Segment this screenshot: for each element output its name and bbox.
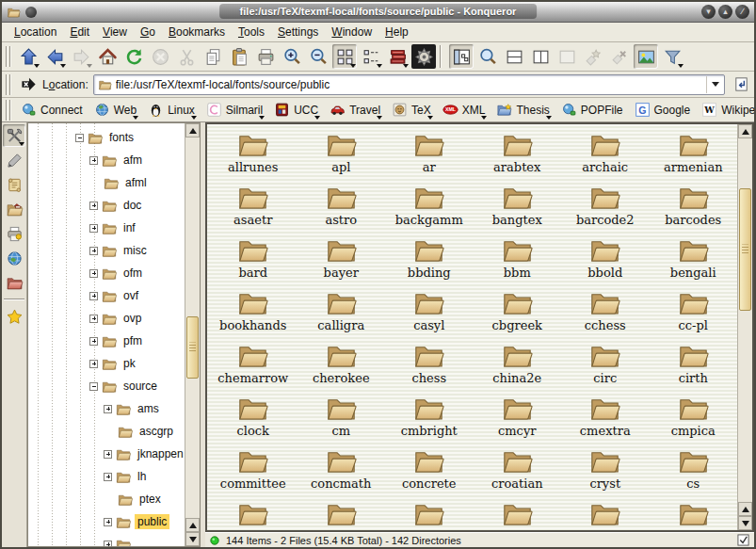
bookmark-google[interactable]: GGoogle [629, 100, 697, 120]
folder-ar[interactable]: ar [385, 130, 474, 183]
plus-expander-icon[interactable] [89, 247, 98, 255]
folder-barcode2[interactable]: barcode2 [561, 183, 650, 235]
folder-partial[interactable] [209, 499, 298, 532]
dropdown-arrow-icon[interactable] [87, 64, 92, 68]
tree-item-misc[interactable]: misc [28, 239, 185, 262]
folder-cchess[interactable]: cchess [561, 288, 650, 341]
folder-partial[interactable] [298, 499, 386, 532]
tree-item-ovp[interactable]: ovp [28, 307, 185, 330]
title-bar[interactable]: file:/usr/TeX/texmf-local/fonts/source/p… [2, 2, 754, 23]
toolbar-handle[interactable] [6, 100, 11, 121]
plus-expander-icon[interactable] [89, 156, 98, 165]
folder-bard[interactable]: bard [209, 235, 298, 288]
plus-expander-icon[interactable] [104, 518, 112, 526]
paste-button[interactable] [227, 44, 251, 69]
minus-expander-icon[interactable] [89, 382, 98, 391]
tree-item-ascgrp[interactable]: ascgrp [28, 420, 185, 443]
tree-item-pk[interactable]: pk [28, 352, 185, 375]
sidebar-tab-annotations[interactable] [3, 149, 25, 171]
folder-asaetr[interactable]: asaetr [209, 183, 298, 235]
tree-item-ptex[interactable]: ptex [28, 488, 185, 510]
folder-backgamm[interactable]: backgamm [385, 183, 474, 235]
bookmark-xml[interactable]: XMLXML [437, 100, 491, 120]
folder-clock[interactable]: clock [209, 394, 298, 446]
bookmark-thesis[interactable]: Thesis [491, 100, 555, 120]
tree-item-afm[interactable]: afm [28, 149, 185, 171]
plus-expander-icon[interactable] [89, 337, 98, 346]
folder-partial[interactable] [474, 499, 562, 532]
folder-cherokee[interactable]: cherokee [298, 341, 386, 394]
maximize-button[interactable] [718, 5, 732, 19]
folder-concmath[interactable]: concmath [298, 446, 386, 499]
plus-expander-icon[interactable] [89, 292, 98, 300]
location-value[interactable]: file:/usr/TeX/texmf-local/fonts/source/p… [116, 78, 702, 91]
sidebar-tab-root-folder[interactable] [3, 271, 25, 294]
folder-bbding[interactable]: bbding [385, 235, 474, 288]
folder-cs[interactable]: cs [650, 446, 738, 499]
dropdown-arrow-icon[interactable] [350, 64, 356, 68]
bookmark-ucc[interactable]: UCC [268, 100, 324, 120]
folder-cmpica[interactable]: cmpica [650, 394, 738, 446]
folder-bbm[interactable]: bbm [474, 235, 562, 288]
tree-scrollbar[interactable] [185, 123, 200, 546]
folder-chemarrow[interactable]: chemarrow [209, 341, 298, 394]
view-scrollbar[interactable] [737, 124, 752, 530]
minus-expander-icon[interactable] [75, 134, 84, 142]
plus-expander-icon[interactable] [104, 473, 112, 481]
tree-item-lh[interactable]: lh [28, 465, 185, 488]
dropdown-arrow-icon[interactable] [60, 64, 66, 68]
menu-edit[interactable]: Edit [63, 24, 96, 40]
clear-location-button[interactable] [20, 75, 38, 93]
folder-partial[interactable] [650, 499, 738, 532]
print-button[interactable] [253, 44, 278, 69]
plus-expander-icon[interactable] [104, 541, 112, 547]
split-view-top-bottom-button[interactable] [502, 44, 526, 69]
dropdown-arrow-icon[interactable] [377, 64, 382, 68]
window-menu-folder-icon[interactable] [7, 6, 21, 19]
folder-cbgreek[interactable]: cbgreek [474, 288, 562, 341]
scroll-up-button[interactable] [738, 124, 752, 138]
tree-item-fonts[interactable]: fonts [28, 126, 185, 149]
bookmark-travel[interactable]: Travel [324, 100, 386, 120]
folder-calligra[interactable]: calligra [298, 288, 386, 341]
bookmark-wikipedia[interactable]: WWikipedia [696, 100, 756, 120]
icon-view-mode-button[interactable] [332, 44, 357, 69]
sidebar-tab-network[interactable] [3, 247, 25, 269]
location-input[interactable]: file:/usr/TeX/texmf-local/fonts/source/p… [93, 74, 725, 95]
folder-chess[interactable]: chess [385, 341, 474, 394]
scroll-down-button[interactable] [738, 516, 752, 530]
bookmark-silmaril[interactable]: Silmaril [201, 100, 268, 120]
folder-partial[interactable] [385, 499, 474, 532]
menu-go[interactable]: Go [134, 24, 162, 40]
find-file-button[interactable] [475, 44, 500, 69]
folder-cirth[interactable]: cirth [650, 341, 738, 394]
tree-item-public[interactable]: public [28, 510, 185, 533]
folder-apl[interactable]: apl [298, 130, 386, 183]
folder-astro[interactable]: astro [298, 183, 386, 235]
reload-button[interactable] [121, 44, 146, 69]
split-view-left-right-button[interactable] [528, 44, 553, 69]
folder-icon-view[interactable]: allrunesaplararabtexarchaicarmenianasaet… [205, 122, 754, 532]
sidebar-tab-configure-sidebar[interactable] [3, 124, 25, 147]
folder-archaic[interactable]: archaic [561, 130, 650, 183]
folder-cc-pl[interactable]: cc-pl [650, 288, 738, 341]
folder-bbold[interactable]: bbold [561, 235, 650, 288]
folder-bayer[interactable]: bayer [298, 235, 386, 288]
folder-casyl[interactable]: casyl [385, 288, 474, 341]
scroll-up-button[interactable] [738, 502, 752, 516]
folder-barcodes[interactable]: barcodes [650, 183, 738, 235]
toolbar-handle[interactable] [6, 74, 11, 95]
tree-item-afml[interactable]: afml [28, 171, 185, 194]
dropdown-arrow-icon[interactable] [34, 64, 40, 68]
menu-location[interactable]: Location [8, 24, 63, 40]
go-button[interactable] [730, 73, 752, 96]
copy-button[interactable] [201, 44, 225, 69]
bookmark-tex[interactable]: TeX [386, 100, 437, 120]
scroll-down-button[interactable] [185, 532, 200, 546]
folder-cmextra[interactable]: cmextra [561, 394, 650, 446]
list-view-mode-button[interactable] [359, 44, 383, 69]
folder-armenian[interactable]: armenian [650, 130, 738, 183]
plus-expander-icon[interactable] [89, 202, 98, 210]
zoom-in-button[interactable] [280, 44, 304, 69]
menu-help[interactable]: Help [378, 24, 415, 40]
